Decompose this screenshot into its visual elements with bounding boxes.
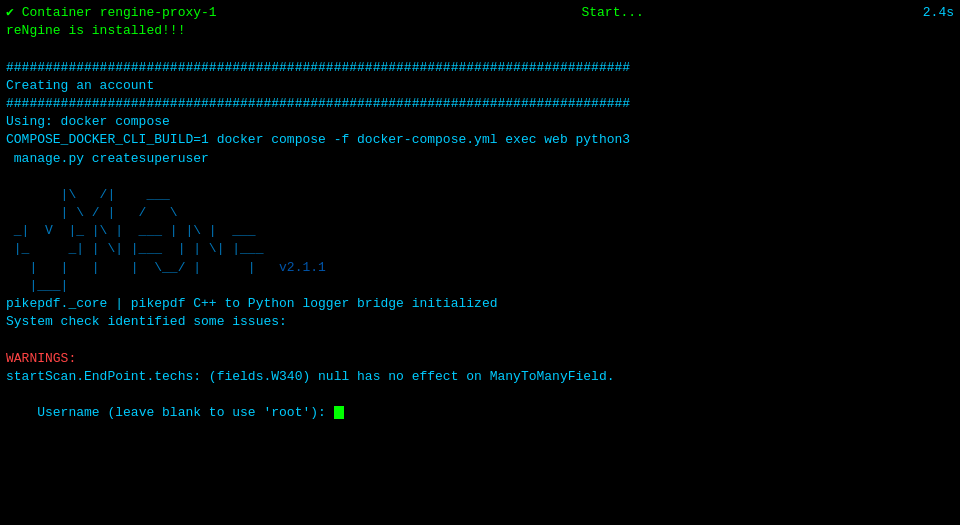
ascii-art-block: |\ /| ___ | \ / | / \ _| V |_ |\ | ___ |…: [6, 186, 954, 295]
warnings-label: WARNINGS:: [6, 350, 954, 368]
hash-top: ########################################…: [6, 59, 954, 77]
manage-cmd-line: manage.py createsuperuser: [6, 150, 954, 168]
ascii-r1: |\ /| ___: [6, 186, 954, 204]
installed-line: reNgine is installed!!!: [6, 22, 954, 40]
system-check-line: System check identified some issues:: [6, 313, 954, 331]
creating-account: Creating an account: [6, 77, 954, 95]
ascii-r2: | \ / | / \: [6, 204, 954, 222]
ascii-r3: _| V |_ |\ | ___ | |\ | ___: [6, 222, 954, 240]
blank-3: [6, 331, 954, 349]
hash-bottom: ########################################…: [6, 95, 954, 113]
checkmark-icon: ✔ Container rengine-proxy-1: [6, 4, 217, 22]
blank-1: [6, 40, 954, 58]
compose-cmd-line: COMPOSE_DOCKER_CLI_BUILD=1 docker compos…: [6, 131, 954, 149]
header-line: ✔ Container rengine-proxy-1 Start...2.4s: [6, 4, 954, 22]
warning-detail-line: startScan.EndPoint.techs: (fields.W340) …: [6, 368, 954, 386]
ascii-art-rendered: |\ /| ___ | \ / | / \ _| V |_ |\ | ___ |…: [6, 186, 954, 295]
terminal-window: ✔ Container rengine-proxy-1 Start...2.4s…: [0, 0, 960, 525]
ascii-r6: |___|: [6, 277, 954, 295]
blank-2: [6, 168, 954, 186]
username-prompt-line[interactable]: Username (leave blank to use 'root'):: [6, 386, 954, 441]
ascii-r4: |_ _| | \| |___ | | \| |___: [6, 240, 954, 258]
cursor: [334, 406, 344, 419]
pikepdf-line: pikepdf._core | pikepdf C++ to Python lo…: [6, 295, 954, 313]
ascii-r5: | | | | \__/ | | v2.1.1: [6, 259, 954, 277]
username-prompt-text: Username (leave blank to use 'root'):: [37, 405, 333, 420]
using-docker-line: Using: docker compose: [6, 113, 954, 131]
